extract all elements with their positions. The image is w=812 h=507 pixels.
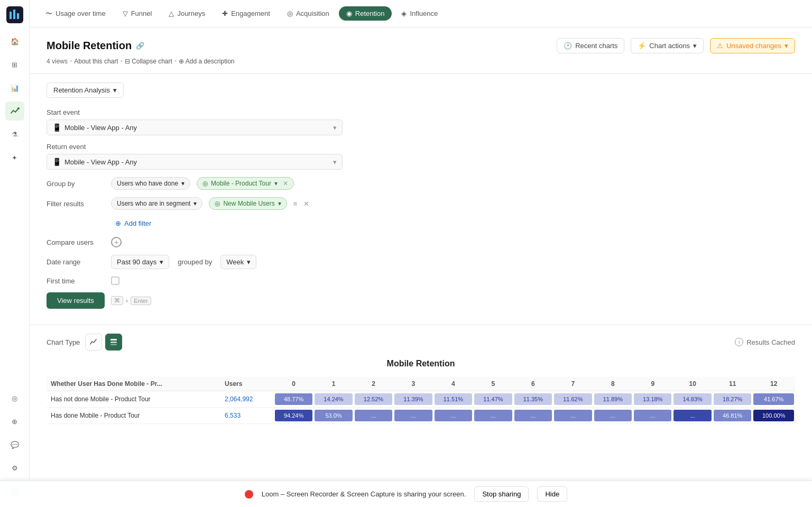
- kbd-cmd: ⌘: [111, 296, 123, 305]
- sidebar-nodes[interactable]: ✦: [5, 148, 24, 167]
- date-range-select[interactable]: Past 90 days ▾: [111, 255, 169, 269]
- start-event-chevron: ▾: [333, 124, 337, 132]
- group-by-row: Group by Users who have done ▾ ◎ Mobile …: [47, 177, 795, 190]
- line-chart-button[interactable]: [85, 334, 102, 351]
- journeys-icon: △: [169, 10, 174, 17]
- ret-cell: 11.39%: [394, 393, 432, 405]
- tab-usage-over-time[interactable]: 〜 Usage over time: [38, 6, 113, 22]
- loom-record-icon: [245, 490, 253, 499]
- loom-stop-sharing-button[interactable]: Stop sharing: [474, 486, 529, 502]
- group-by-chevron: ▾: [181, 180, 184, 187]
- chart-actions-button[interactable]: ⚡ Chart actions ▾: [631, 38, 704, 53]
- add-description-link[interactable]: ⊕ Add a description: [179, 58, 234, 65]
- cell-ret-0-1: 14.24%: [313, 391, 353, 408]
- warning-icon: ⚠: [717, 42, 723, 50]
- svg-point-4: [17, 107, 20, 109]
- acquisition-icon: ◎: [287, 10, 293, 17]
- col-header-2: 2: [354, 377, 393, 391]
- tab-funnel[interactable]: ▽ Funnel: [115, 6, 160, 21]
- ret-cell: 53.0%: [315, 410, 352, 421]
- main-content: 〜 Usage over time ▽ Funnel △ Journeys ✚ …: [30, 0, 812, 507]
- recent-charts-button[interactable]: 🕐 Recent charts: [557, 38, 624, 53]
- filter-results-extra-icon: ≡: [293, 200, 298, 208]
- date-range-label: Date range: [47, 258, 105, 266]
- results-cached: i Results Cached: [735, 338, 795, 346]
- start-event-select[interactable]: 📱 Mobile - View App - Any ▾: [47, 119, 343, 135]
- loom-message: Loom – Screen Recorder & Screen Capture …: [262, 490, 466, 498]
- sidebar: 🏠 ⊞ 📊 ⚗ ✦ ◎ ⊕ 💬 ⚙ 🌐: [0, 0, 30, 507]
- group-by-label: Group by: [47, 180, 105, 188]
- ret-cell: 11.47%: [474, 393, 512, 405]
- compare-users-add[interactable]: +: [111, 237, 122, 247]
- tab-engagement[interactable]: ✚ Engagement: [215, 6, 278, 21]
- return-event-label: Return event: [47, 143, 105, 151]
- unsaved-changes-button[interactable]: ⚠ Unsaved changes ▾: [710, 38, 795, 53]
- tab-retention[interactable]: ◉ Retention: [339, 6, 392, 21]
- loom-hide-button[interactable]: Hide: [537, 486, 567, 502]
- sidebar-growth[interactable]: [5, 102, 24, 121]
- view-results-row: View results ⌘ + Enter: [47, 292, 795, 309]
- group-by-tag[interactable]: ◎ Mobile - Product Tour ▾ ✕: [197, 177, 294, 190]
- sidebar-activity[interactable]: ◎: [5, 389, 24, 408]
- results-area: Chart Type: [30, 325, 812, 432]
- ret-cell: 12.52%: [355, 393, 392, 405]
- ret-cell: ...: [634, 410, 671, 421]
- add-filter-row: ⊕ Add filter: [47, 217, 795, 229]
- grouped-by-select[interactable]: Week ▾: [220, 255, 256, 269]
- collapse-chart-link[interactable]: ⊟ Collapse chart: [125, 58, 172, 65]
- analysis-type-selector[interactable]: Retention Analysis ▾: [47, 82, 124, 98]
- chevron-down-icon: ▾: [693, 42, 697, 50]
- ret-cell: ...: [474, 410, 512, 421]
- link-icon[interactable]: 🔗: [136, 42, 144, 50]
- about-chart-link[interactable]: About this chart: [74, 58, 118, 65]
- influence-icon: ◈: [401, 10, 407, 17]
- ret-cell: ...: [594, 410, 632, 421]
- svg-rect-7: [110, 344, 117, 345]
- add-filter-button[interactable]: ⊕ Add filter: [111, 217, 155, 229]
- sidebar-settings[interactable]: ⚙: [5, 458, 24, 477]
- ret-cell: 11.62%: [554, 393, 592, 405]
- filter-results-close[interactable]: ✕: [303, 200, 309, 208]
- start-event-row: Start event: [47, 108, 795, 116]
- sidebar-database[interactable]: ⊕: [5, 412, 24, 431]
- mobile-icon-return: 📱: [52, 158, 61, 166]
- kbd-enter: Enter: [131, 297, 151, 305]
- page-title-area: Mobile Retention 🔗: [47, 40, 144, 52]
- tab-acquisition[interactable]: ◎ Acquisition: [280, 6, 337, 21]
- page-header: Mobile Retention 🔗 🕐 Recent charts ⚡ Cha…: [30, 27, 812, 58]
- ret-cell: ...: [673, 410, 711, 421]
- tab-influence[interactable]: ◈ Influence: [394, 6, 445, 21]
- app-logo[interactable]: [6, 6, 23, 23]
- sidebar-apps[interactable]: ⊞: [5, 55, 24, 74]
- cell-ret-0-3: 11.39%: [393, 391, 433, 408]
- table-row: Has done Mobile - Product Tour6,53394.24…: [47, 408, 795, 424]
- col-header-7: 7: [553, 377, 593, 391]
- col-header-12: 12: [752, 377, 795, 391]
- table-chart-button[interactable]: [105, 334, 122, 351]
- ret-cell: 14.83%: [673, 393, 711, 405]
- sidebar-home[interactable]: 🏠: [5, 32, 24, 51]
- filter-results-tag[interactable]: ◎ New Mobile Users ▾: [209, 197, 287, 210]
- chart-title: Mobile Retention: [47, 359, 795, 368]
- col-header-11: 11: [713, 377, 752, 391]
- ret-cell: ...: [355, 410, 392, 421]
- sidebar-flask[interactable]: ⚗: [5, 125, 24, 144]
- return-event-select[interactable]: 📱 Mobile - View App - Any ▾: [47, 154, 343, 170]
- group-by-tag-close[interactable]: ✕: [283, 180, 288, 187]
- cell-ret-0-0: 48.77%: [274, 391, 313, 408]
- filter-results-select[interactable]: Users who are in segment ▾: [111, 197, 202, 210]
- tab-journeys[interactable]: △ Journeys: [161, 6, 213, 21]
- group-by-select[interactable]: Users who have done ▾: [111, 177, 190, 190]
- sidebar-messages[interactable]: 💬: [5, 435, 24, 454]
- grouped-by-text: grouped by: [178, 258, 212, 266]
- view-results-button[interactable]: View results: [47, 292, 105, 309]
- cell-ret-1-7: ...: [553, 408, 593, 424]
- filter-results-label: Filter results: [47, 200, 105, 208]
- sidebar-charts[interactable]: 📊: [5, 78, 24, 97]
- results-header: Chart Type: [47, 334, 795, 351]
- funnel-icon: ▽: [123, 10, 128, 17]
- cell-ret-1-3: ...: [393, 408, 433, 424]
- cell-users-0: 2,064,992: [220, 391, 274, 408]
- first-time-checkbox[interactable]: [111, 276, 119, 285]
- cell-ret-1-1: 53.0%: [313, 408, 353, 424]
